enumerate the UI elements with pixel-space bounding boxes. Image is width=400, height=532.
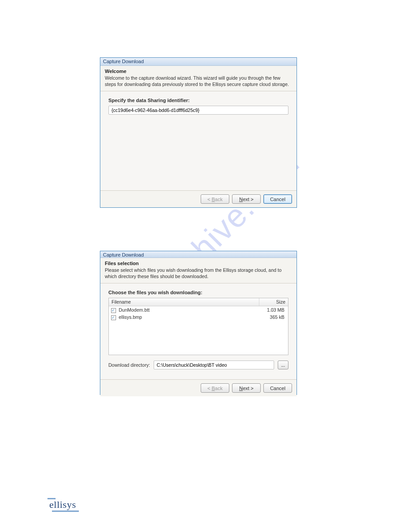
capture-download-dialog-welcome: Capture Download Welcome Welcome to the …: [100, 57, 297, 208]
dialog-header: Files selection Please select which file…: [100, 258, 297, 283]
table-row[interactable]: ✓ ellisys.bmp 365 kB: [109, 313, 288, 321]
checkbox-icon[interactable]: ✓: [111, 308, 116, 313]
capture-download-dialog-files: Capture Download Files selection Please …: [100, 251, 297, 395]
column-header-size[interactable]: Size: [259, 298, 288, 306]
identifier-input[interactable]: [108, 106, 288, 115]
dialog-titlebar: Capture Download: [100, 58, 297, 66]
cell-size: 1.03 MB: [259, 307, 288, 313]
cancel-button[interactable]: Cancel: [263, 194, 292, 204]
back-button: < Back: [201, 194, 229, 204]
download-directory-row: Download directory: ...: [108, 360, 288, 369]
header-title: Welcome: [105, 69, 292, 74]
cancel-button[interactable]: Cancel: [263, 383, 292, 393]
dialog-titlebar: Capture Download: [100, 251, 297, 258]
next-button[interactable]: Next >: [232, 194, 261, 204]
back-button: < Back: [201, 383, 229, 393]
download-directory-label: Download directory:: [108, 362, 150, 368]
download-directory-input[interactable]: [154, 360, 274, 369]
logo-text: ellisys: [49, 499, 76, 510]
ellisys-logo: ellisys: [49, 499, 76, 511]
table-header-row: Filename Size: [109, 298, 288, 306]
dialog-button-bar: < Back Next > Cancel: [100, 190, 297, 207]
next-button[interactable]: Next >: [232, 383, 261, 393]
identifier-label: Specify the data Sharing identifier:: [108, 98, 288, 103]
dialog-body: Specify the data Sharing identifier:: [100, 91, 297, 190]
cell-filename: DunModem.btt: [118, 307, 259, 313]
header-description: Welcome to the capture download wizard. …: [105, 75, 292, 87]
dialog-button-bar: < Back Next > Cancel: [100, 379, 297, 396]
header-description: Please select which files you wish downl…: [105, 267, 292, 279]
table-row[interactable]: ✓ DunModem.btt 1.03 MB: [109, 306, 288, 313]
browse-button[interactable]: ...: [278, 360, 288, 369]
files-table: Filename Size ✓ DunModem.btt 1.03 MB ✓ e…: [108, 298, 288, 355]
dialog-body: Choose the files you wish downloading: F…: [100, 283, 297, 379]
dialog-header: Welcome Welcome to the capture download …: [100, 66, 297, 91]
header-title: Files selection: [105, 261, 292, 266]
document-page: manualshive.com Capture Download Welcome…: [0, 0, 400, 532]
choose-files-label: Choose the files you wish downloading:: [108, 290, 288, 295]
checkbox-icon[interactable]: ✓: [111, 315, 116, 320]
cell-size: 365 kB: [259, 314, 288, 320]
cell-filename: ellisys.bmp: [118, 314, 259, 320]
column-header-filename[interactable]: Filename: [109, 298, 259, 306]
